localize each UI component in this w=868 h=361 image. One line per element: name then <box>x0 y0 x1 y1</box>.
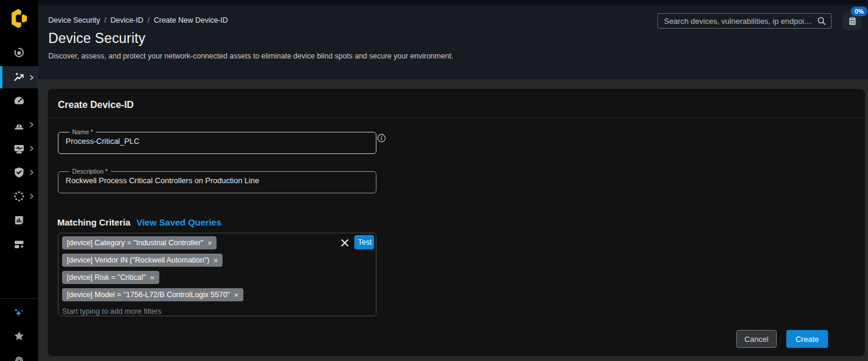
sidebar-item-ai-assistant[interactable] <box>0 302 38 323</box>
sidebar-item-reports[interactable] <box>0 209 38 231</box>
filter-chip-model[interactable]: [device] Model = "1756-L72/B ControlLogi… <box>62 288 243 301</box>
page-title: Device Security <box>48 30 146 47</box>
sidebar-item-activity[interactable] <box>0 138 38 159</box>
chip-remove-icon[interactable]: × <box>208 239 212 247</box>
dotted-ring-icon <box>13 190 26 203</box>
report-chart-icon <box>13 214 26 227</box>
shield-check-icon <box>13 166 26 179</box>
chip-remove-icon[interactable]: × <box>214 257 218 264</box>
chevron-right-icon <box>28 145 35 152</box>
window-top-strip <box>38 0 868 5</box>
create-button[interactable]: Create <box>786 330 828 348</box>
gauge-icon <box>13 94 26 107</box>
matching-criteria-filter-box[interactable]: [device] Category = "Industrial Controll… <box>58 233 376 316</box>
global-search[interactable] <box>657 13 832 29</box>
test-button[interactable]: Test <box>354 235 374 249</box>
sidebar-item-settings[interactable] <box>0 350 38 361</box>
description-field[interactable]: Description * <box>58 168 376 193</box>
radar-icon <box>13 46 26 59</box>
sidebar-item-alerts[interactable] <box>0 114 38 135</box>
filter-chip-vendor[interactable]: [device] Vendor IN ("Rockwell Automation… <box>62 254 223 267</box>
sidebar-item-device-security[interactable] <box>0 66 38 88</box>
settings-gear-icon <box>13 354 26 361</box>
page-subtitle: Discover, assess, and protect your netwo… <box>48 52 453 60</box>
search-icon[interactable] <box>817 16 826 26</box>
search-input[interactable] <box>663 16 817 26</box>
create-device-id-panel: Create Device-ID Name * Description * Ma… <box>48 89 865 356</box>
sidebar-item-processing[interactable] <box>0 186 38 207</box>
clear-filters-icon[interactable] <box>339 237 350 248</box>
panel-title: Create Device-ID <box>58 100 134 110</box>
sidebar-divider <box>0 298 38 299</box>
matching-criteria-row: Matching Criteria View Saved Queries <box>57 217 221 227</box>
filter-chip-risk[interactable]: [device] Risk = "Critical" × <box>62 271 159 284</box>
filter-input[interactable] <box>62 306 241 317</box>
chip-remove-icon[interactable]: × <box>150 274 155 282</box>
armis-logo-icon[interactable] <box>8 8 30 29</box>
page-header: Device Security / Device-ID / Create New… <box>38 0 868 79</box>
ai-sparkles-icon <box>13 306 26 319</box>
description-input[interactable] <box>66 175 369 189</box>
filter-chip-category[interactable]: [device] Category = "Industrial Controll… <box>62 236 217 249</box>
chevron-right-icon <box>28 74 35 81</box>
filter-chip-label: [device] Risk = "Critical" <box>67 273 146 282</box>
cancel-button[interactable]: Cancel <box>736 330 777 348</box>
filter-chip-label: [device] Category = "Industrial Controll… <box>67 239 203 247</box>
device-security-icon <box>13 71 26 84</box>
matching-criteria-label: Matching Criteria <box>57 217 131 227</box>
view-saved-queries-link[interactable]: View Saved Queries <box>137 217 221 227</box>
sidebar-item-compliance[interactable] <box>0 162 38 183</box>
breadcrumb: Device Security / Device-ID / Create New… <box>48 16 228 24</box>
tasks-checklist-icon <box>847 16 858 26</box>
breadcrumb-device-security[interactable]: Device Security <box>48 16 100 24</box>
description-field-label: Description * <box>69 168 111 175</box>
filter-chip-label: [device] Model = "1756-L72/B ControlLogi… <box>67 291 230 299</box>
chevron-right-icon <box>28 169 35 176</box>
sidebar-item-dashboard[interactable] <box>0 90 38 112</box>
name-field-label: Name * <box>69 128 96 135</box>
sidebar-item-favorites[interactable] <box>0 325 38 347</box>
breadcrumb-separator: / <box>104 16 106 24</box>
sidebar <box>0 0 38 361</box>
activity-monitor-icon <box>13 142 26 155</box>
alarm-siren-icon <box>13 118 26 131</box>
sidebar-item-widgets[interactable] <box>0 233 38 255</box>
chevron-right-icon <box>28 121 35 128</box>
widget-plus-icon <box>13 237 26 251</box>
breadcrumb-separator: / <box>147 16 149 24</box>
name-field[interactable]: Name * <box>58 128 376 154</box>
breadcrumb-create-new-device-id[interactable]: Create New Device-ID <box>154 16 228 24</box>
filter-chip-label: [device] Vendor IN ("Rockwell Automation… <box>67 256 209 264</box>
info-icon[interactable] <box>377 134 386 143</box>
name-input[interactable] <box>66 136 369 149</box>
chevron-right-icon <box>28 193 35 200</box>
chip-remove-icon[interactable]: × <box>234 291 239 299</box>
breadcrumb-device-id[interactable]: Device-ID <box>110 16 143 24</box>
favorites-star-icon <box>13 329 26 343</box>
sidebar-item-radar[interactable] <box>0 42 38 63</box>
panel-divider <box>48 118 865 118</box>
progress-badge: 0% <box>851 7 867 16</box>
